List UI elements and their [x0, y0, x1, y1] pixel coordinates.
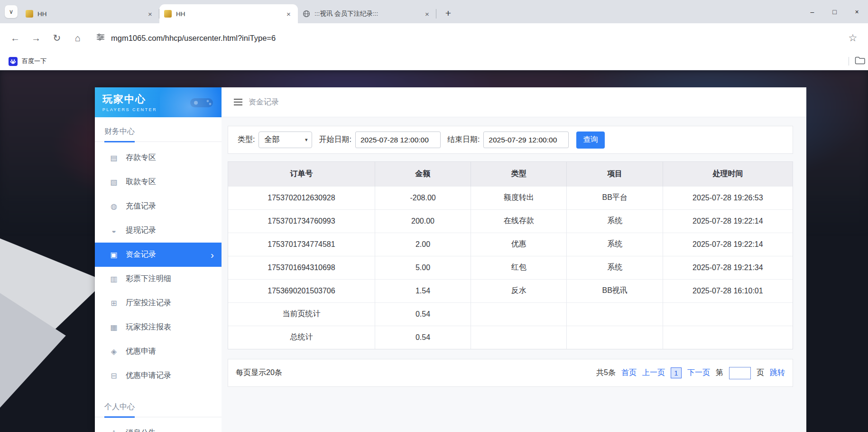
menu-label: 彩票下注明细	[126, 274, 171, 284]
tab-hh-1[interactable]: HH ×	[21, 4, 159, 23]
sidebar-item-promo-application-records[interactable]: ⊟ 优惠申请记录	[95, 364, 222, 388]
empty-cell	[663, 326, 793, 349]
bookmarks-separator	[849, 57, 849, 66]
sidebar-header: 玩家中心 PLAYERS CENTER	[95, 87, 222, 117]
sidebar-item-promo-application[interactable]: ◈ 优惠申请	[95, 339, 222, 364]
start-date-input[interactable]	[355, 131, 441, 148]
pagination-bar: 每页显示20条 共5条 首页 上一页 1 下一页 第 页 跳转	[228, 359, 793, 387]
home-icon[interactable]: ⌂	[68, 28, 87, 47]
cell-type: 反水	[471, 279, 567, 302]
sidebar-item-lottery-bet-details[interactable]: ▥ 彩票下注明细	[95, 267, 222, 291]
funds-icon: ▣	[109, 250, 119, 259]
bookmarks-bar: 百度一下	[0, 53, 868, 70]
summary-label: 当前页统计	[228, 302, 375, 326]
minimize-button[interactable]: –	[801, 0, 823, 23]
baidu-favicon-icon	[9, 57, 18, 66]
tab-label: HH	[176, 10, 280, 18]
globe-favicon-icon	[303, 10, 310, 18]
main-header: 资金记录	[222, 87, 806, 117]
back-icon[interactable]: ←	[6, 28, 25, 47]
col-project: 项目	[567, 162, 663, 186]
per-page-text: 每页显示20条	[236, 368, 282, 378]
tab-close-icon[interactable]: ×	[423, 9, 432, 19]
close-window-button[interactable]: ×	[846, 0, 868, 23]
cell-type: 红包	[471, 256, 567, 279]
jump-suffix-text: 页	[757, 368, 764, 378]
tab-hh-2-active[interactable]: HH ×	[159, 4, 298, 23]
end-date-label: 结束日期:	[447, 135, 480, 145]
sidebar-item-player-bet-report[interactable]: ▦ 玩家投注报表	[95, 315, 222, 339]
jump-button[interactable]: 跳转	[770, 368, 785, 378]
col-order-id: 订单号	[228, 162, 375, 186]
next-page-link[interactable]: 下一页	[687, 368, 710, 378]
jump-page-input[interactable]	[729, 367, 751, 379]
chevron-down-icon: ▾	[305, 137, 308, 143]
filter-bar: 类型: 全部 ▾ 开始日期: 结束日期: 查询	[228, 126, 793, 154]
funds-table-wrap: 订单号 金额 类型 项目 处理时间 1753702012630928 -208.…	[228, 161, 793, 349]
sidebar-item-funds-records[interactable]: ▣ 资金记录 ›	[95, 243, 222, 267]
cell-project: BB平台	[567, 186, 663, 209]
total-count-text: 共5条	[596, 368, 616, 378]
cell-amount: 2.00	[375, 233, 471, 256]
type-select[interactable]: 全部 ▾	[259, 131, 312, 148]
search-button[interactable]: 查询	[576, 131, 605, 149]
summary-label: 总统计	[228, 326, 375, 349]
sidebar-item-recharge-records[interactable]: ◍ 充值记录	[95, 194, 222, 218]
forward-icon[interactable]: →	[27, 28, 46, 47]
prev-page-link[interactable]: 上一页	[642, 368, 665, 378]
cell-type: 在线存款	[471, 209, 567, 233]
summary-amount: 0.54	[375, 326, 471, 349]
tab-label: HH	[37, 10, 141, 18]
recharge-icon: ◍	[109, 202, 119, 211]
table-row: 1753701734774581 2.00 优惠 系统 2025-07-28 1…	[228, 233, 793, 256]
type-label: 类型:	[238, 135, 255, 145]
sidebar-item-hall-bet-records[interactable]: ⊞ 厅室投注记录	[95, 291, 222, 315]
sidebar-item-deposit-zone[interactable]: ▤ 存款专区	[95, 146, 222, 170]
bookmark-baidu[interactable]: 百度一下	[6, 57, 49, 66]
table-header-row: 订单号 金额 类型 项目 处理时间	[228, 162, 793, 186]
sidebar-item-cashout-records[interactable]: ◒ 提现记录	[95, 218, 222, 243]
sidebar-title: 玩家中心	[102, 93, 222, 106]
tab-video-records[interactable]: :::视讯 会员下注纪录::: ×	[298, 4, 436, 23]
url-text[interactable]: mgm1065.com/hhcp/usercenter.html?iniType…	[111, 34, 276, 43]
current-page-badge[interactable]: 1	[671, 367, 682, 378]
type-select-value: 全部	[264, 135, 279, 145]
sidebar-item-withdraw-zone[interactable]: ▧ 取款专区	[95, 170, 222, 194]
site-info-icon[interactable]	[96, 32, 105, 44]
tab-strip: ∨ HH × HH × :::视讯 会员下注纪录::: × + – □ ×	[0, 0, 868, 23]
cell-order-id: 1753702012630928	[228, 186, 375, 209]
tab-close-icon[interactable]: ×	[284, 9, 293, 19]
cell-order-id: 1753690201503706	[228, 279, 375, 302]
summary-amount: 0.54	[375, 302, 471, 326]
reload-icon[interactable]: ↻	[47, 28, 66, 47]
other-bookmarks-folder-icon[interactable]	[855, 56, 865, 66]
menu-label: 资金记录	[126, 250, 156, 260]
cell-project: 系统	[567, 256, 663, 279]
new-tab-button[interactable]: +	[441, 6, 455, 20]
empty-cell	[663, 302, 793, 326]
withdraw-icon: ▧	[109, 178, 119, 187]
tab-search-chevron-icon[interactable]: ∨	[5, 5, 18, 18]
menu-label: 优惠申请	[126, 347, 156, 357]
sidebar-subtitle: PLAYERS CENTER	[102, 107, 222, 112]
end-date-input[interactable]	[483, 131, 569, 148]
bookmark-star-icon[interactable]: ☆	[843, 28, 862, 47]
address-bar[interactable]: mgm1065.com/hhcp/usercenter.html?iniType…	[89, 28, 841, 48]
cell-order-id: 1753701734760993	[228, 209, 375, 233]
menu-label: 提现记录	[126, 225, 156, 235]
menu-hamburger-icon[interactable]	[234, 99, 242, 105]
maximize-button[interactable]: □	[823, 0, 846, 23]
hh-favicon-icon	[26, 10, 33, 18]
first-page-link[interactable]: 首页	[621, 368, 637, 378]
funds-table: 订单号 金额 类型 项目 处理时间 1753702012630928 -208.…	[228, 162, 793, 349]
col-amount: 金额	[375, 162, 471, 186]
section-personal-center: 个人中心	[95, 393, 222, 417]
tab-close-icon[interactable]: ×	[146, 9, 155, 19]
summary-row-current-page: 当前页统计 0.54	[228, 302, 793, 326]
menu-label: 取款专区	[126, 177, 156, 187]
deposit-icon: ▤	[109, 153, 119, 162]
window-controls: – □ ×	[801, 0, 868, 23]
cell-time: 2025-07-28 19:22:14	[663, 233, 793, 256]
promo-record-icon: ⊟	[109, 371, 119, 380]
sidebar-item-message-announcements[interactable]: ♙ 消息公告	[95, 421, 222, 432]
